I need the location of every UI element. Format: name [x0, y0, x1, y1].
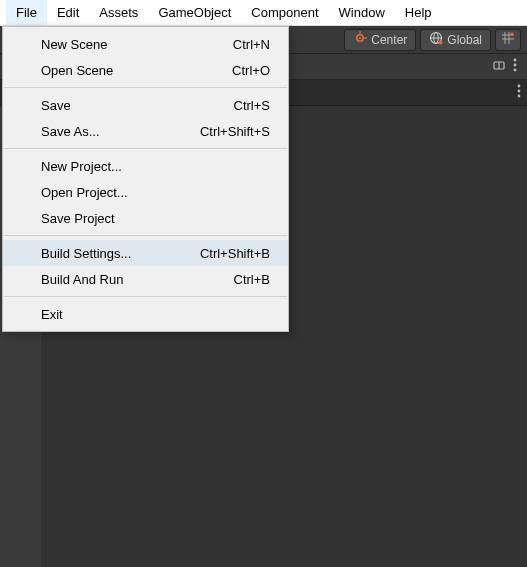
menu-help[interactable]: Help: [395, 0, 442, 25]
menu-item-save-project[interactable]: Save Project: [3, 205, 288, 231]
menu-item-exit[interactable]: Exit: [3, 301, 288, 327]
pivot-mode-label: Center: [371, 33, 407, 47]
svg-point-15: [518, 90, 521, 93]
svg-point-16: [518, 95, 521, 98]
menu-item-shortcut: Ctrl+O: [232, 63, 270, 78]
svg-point-13: [514, 69, 517, 72]
collapse-icon[interactable]: [493, 59, 505, 74]
menu-item-new-project[interactable]: New Project...: [3, 153, 288, 179]
grid-snap-icon: [501, 31, 515, 48]
menu-bar: FileEditAssetsGameObjectComponentWindowH…: [0, 0, 527, 26]
menu-item-label: Save Project: [41, 211, 270, 226]
menu-component[interactable]: Component: [241, 0, 328, 25]
pivot-mode-button[interactable]: Center: [344, 29, 416, 51]
handle-rotation-label: Global: [447, 33, 482, 47]
menu-item-shortcut: Ctrl+N: [233, 37, 270, 52]
menu-item-shortcut: Ctrl+Shift+B: [200, 246, 270, 261]
menu-separator: [4, 87, 287, 88]
menu-assets[interactable]: Assets: [89, 0, 148, 25]
menu-separator: [4, 148, 287, 149]
menu-item-label: Build And Run: [41, 272, 234, 287]
menu-separator: [4, 235, 287, 236]
menu-item-label: Open Scene: [41, 63, 232, 78]
menu-item-label: New Project...: [41, 159, 270, 174]
menu-item-build-settings[interactable]: Build Settings...Ctrl+Shift+B: [3, 240, 288, 266]
menu-item-label: New Scene: [41, 37, 233, 52]
menu-item-build-and-run[interactable]: Build And RunCtrl+B: [3, 266, 288, 292]
menu-item-save-as[interactable]: Save As...Ctrl+Shift+S: [3, 118, 288, 144]
menu-item-shortcut: Ctrl+S: [234, 98, 270, 113]
row-menu-icon[interactable]: [517, 84, 521, 101]
file-menu-dropdown: New SceneCtrl+NOpen SceneCtrl+OSaveCtrl+…: [2, 26, 289, 332]
svg-point-1: [359, 37, 361, 39]
svg-point-7: [439, 41, 443, 45]
menu-item-label: Open Project...: [41, 185, 270, 200]
svg-point-8: [511, 33, 514, 36]
globe-icon: [429, 31, 443, 48]
menu-item-label: Exit: [41, 307, 270, 322]
menu-item-open-scene[interactable]: Open SceneCtrl+O: [3, 57, 288, 83]
menu-window[interactable]: Window: [329, 0, 395, 25]
menu-item-label: Save: [41, 98, 234, 113]
menu-item-label: Save As...: [41, 124, 200, 139]
svg-point-12: [514, 64, 517, 67]
menu-item-shortcut: Ctrl+Shift+S: [200, 124, 270, 139]
svg-point-14: [518, 85, 521, 88]
menu-item-label: Build Settings...: [41, 246, 200, 261]
menu-separator: [4, 296, 287, 297]
handle-rotation-button[interactable]: Global: [420, 29, 491, 51]
panel-menu-icon[interactable]: [513, 58, 517, 75]
menu-item-new-scene[interactable]: New SceneCtrl+N: [3, 31, 288, 57]
menu-item-shortcut: Ctrl+B: [234, 272, 270, 287]
svg-point-11: [514, 59, 517, 62]
pivot-icon: [353, 31, 367, 48]
menu-edit[interactable]: Edit: [47, 0, 89, 25]
menu-item-open-project[interactable]: Open Project...: [3, 179, 288, 205]
snap-toggle-button[interactable]: [495, 29, 521, 51]
menu-file[interactable]: File: [6, 0, 47, 25]
menu-item-save[interactable]: SaveCtrl+S: [3, 92, 288, 118]
menu-gameobject[interactable]: GameObject: [148, 0, 241, 25]
